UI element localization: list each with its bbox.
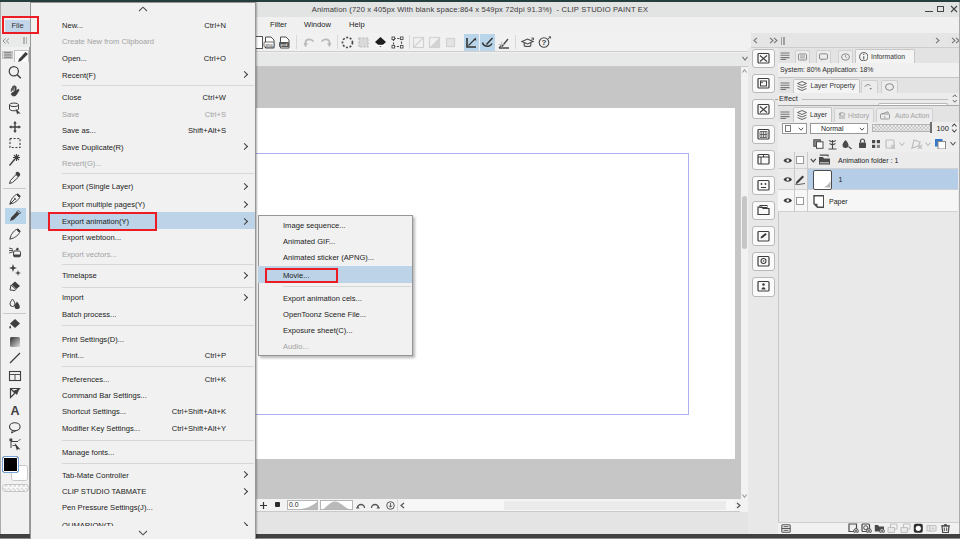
svg-text:?: ?	[542, 38, 547, 47]
svg-text:A: A	[10, 404, 19, 417]
svg-text:psd: psd	[281, 42, 288, 47]
svg-text:png: png	[265, 42, 273, 47]
